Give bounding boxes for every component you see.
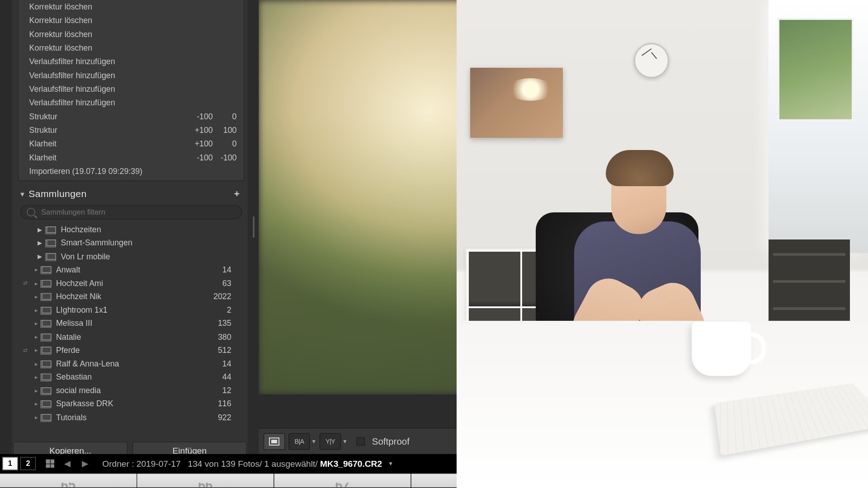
add-collection-icon[interactable]: +	[234, 189, 240, 200]
grid-view-icon[interactable]	[43, 457, 57, 470]
history-row[interactable]: Verlaufsfilter hinzufügen	[19, 69, 244, 82]
panel-resize-handle[interactable]	[248, 0, 259, 454]
collection-set-icon	[45, 225, 57, 234]
collection-marker-icon: ▸	[32, 414, 40, 421]
wall-art	[470, 68, 563, 138]
history-label: Verlaufsfilter hinzufügen	[29, 99, 183, 108]
path-prefix: Ordner :	[102, 459, 136, 468]
monitor-2-button[interactable]: 2	[20, 457, 36, 470]
collection-count: 512	[218, 346, 231, 355]
softproof-checkbox[interactable]	[357, 437, 365, 445]
history-row[interactable]: Struktur+100100	[19, 123, 244, 137]
history-label: Klarheit	[29, 153, 183, 162]
history-row[interactable]: Struktur-1000	[19, 110, 244, 123]
history-row[interactable]: Klarheit-100-100	[19, 151, 244, 164]
expand-triangle-icon[interactable]: ▶	[34, 226, 45, 233]
collection-name: Tutorials	[52, 413, 218, 422]
collection-name: Sparkasse DRK	[52, 399, 218, 408]
history-row[interactable]: Klarheit+1000	[19, 137, 244, 150]
collection-name: Pferde	[52, 346, 218, 355]
collection-icon	[41, 372, 52, 382]
compare-yy-button[interactable]: Y|Y	[320, 433, 341, 450]
filmstrip-thumb[interactable]: 67	[274, 474, 411, 487]
collection-row[interactable]: ⇄▸Pferde512	[19, 343, 243, 357]
dropdown-icon[interactable]: ▼	[311, 438, 316, 444]
collection-icon	[41, 413, 52, 422]
history-value-result: 0	[213, 112, 237, 121]
disclosure-triangle-icon[interactable]: ▼	[19, 191, 28, 198]
collection-set-name: Hochzeiten	[57, 225, 231, 234]
history-row[interactable]: Korrektur löschen	[19, 28, 244, 41]
thumb-index: 65	[61, 483, 75, 487]
before-after-button[interactable]: B|A	[288, 433, 310, 450]
history-label: Korrektur löschen	[29, 30, 183, 39]
collection-row[interactable]: ▸Anwalt14	[19, 263, 243, 277]
collection-marker-icon: ▸	[32, 320, 40, 327]
coffee-mug	[692, 322, 751, 376]
collection-marker-icon: ▸	[32, 347, 40, 354]
loupe-view-button[interactable]	[264, 433, 285, 450]
left-panel-content: Korrektur löschenKorrektur löschenKorrek…	[14, 0, 248, 454]
side-shelf	[769, 239, 850, 330]
nav-back-icon[interactable]: ◄	[60, 457, 75, 470]
path-folder: 2019-07-17	[137, 459, 181, 468]
history-row[interactable]: Korrektur löschen	[19, 0, 244, 14]
collection-count: 2	[227, 305, 231, 314]
collection-name: Hochzeit Ami	[52, 279, 222, 288]
collection-count: 63	[222, 279, 231, 288]
collection-icon	[41, 332, 52, 342]
collection-row[interactable]: ▸social media12	[19, 384, 243, 397]
collection-set-row[interactable]: ▶Smart-Sammlungen	[19, 236, 243, 250]
collection-count: 116	[218, 399, 231, 408]
collection-set-icon	[45, 252, 57, 261]
path-dropdown-icon[interactable]: ▼	[388, 460, 393, 466]
collection-count: 2022	[213, 292, 231, 301]
collection-row[interactable]: ▸Sparkasse DRK116	[19, 397, 243, 411]
collection-row[interactable]: ⇄▸Hochzeit Ami63	[19, 277, 243, 290]
expand-triangle-icon[interactable]: ▶	[34, 253, 45, 260]
history-value-delta: -100	[183, 153, 213, 162]
search-icon	[27, 208, 35, 216]
history-row[interactable]: Verlaufsfilter hinzufügen	[19, 55, 244, 68]
collection-row[interactable]: ▸LIghtroom 1x12	[19, 303, 243, 317]
collections-search-input[interactable]	[41, 208, 236, 216]
filmstrip-thumb[interactable]: 65	[0, 474, 137, 487]
nav-forward-icon[interactable]: ►	[77, 457, 93, 470]
monitor-1-button[interactable]: 1	[2, 457, 18, 470]
expand-triangle-icon[interactable]: ▶	[34, 239, 45, 246]
collection-row[interactable]: ▸Ralf & Anna-Lena14	[19, 357, 243, 371]
collection-row[interactable]: ▸Hochzeit Nik2022	[19, 290, 243, 304]
collection-icon	[41, 278, 52, 288]
collection-set-row[interactable]: ▶Hochzeiten	[19, 223, 243, 236]
collection-marker-icon: ▸	[32, 374, 40, 380]
filmstrip-thumb[interactable]: 66	[137, 474, 274, 487]
history-row[interactable]: Korrektur löschen	[19, 14, 244, 27]
collection-set-icon	[45, 238, 57, 248]
history-row[interactable]: Verlaufsfilter hinzufügen	[19, 82, 244, 96]
left-scrollbar[interactable]	[0, 0, 12, 454]
collection-name: Natalie	[52, 333, 218, 342]
path-selected: 1 ausgewählt	[264, 459, 316, 468]
history-panel: Korrektur löschenKorrektur löschenKorrek…	[18, 0, 245, 181]
wall-clock-icon	[634, 43, 669, 78]
thumb-index: 67	[335, 483, 349, 487]
collection-count: 922	[218, 413, 231, 422]
collection-marker-icon: ▸	[32, 293, 40, 300]
history-label: Verlaufsfilter hinzufügen	[29, 84, 183, 94]
collection-name: Sebastian	[52, 373, 222, 382]
collection-set-row[interactable]: ▶Von Lr mobile	[19, 250, 243, 263]
collections-panel-header[interactable]: ▼ Sammlungen +	[18, 186, 245, 202]
collection-row[interactable]: ▸Melissa III135	[19, 317, 243, 330]
collection-row[interactable]: ▸Tutorials922	[19, 411, 243, 424]
dropdown-icon[interactable]: ▼	[342, 438, 347, 444]
filmstrip-path[interactable]: Ordner : 2019-07-17 134 von 139 Fotos/ 1…	[102, 459, 382, 468]
collection-marker-icon: ▸	[32, 307, 40, 314]
history-value-delta: +100	[183, 140, 213, 149]
collection-set-name: Von Lr mobile	[57, 252, 231, 261]
history-row[interactable]: Korrektur löschen	[19, 41, 244, 55]
collection-row[interactable]: ▸Sebastian44	[19, 371, 243, 384]
collections-search[interactable]	[20, 205, 242, 220]
history-row[interactable]: Importieren (19.07.19 09:29:39)	[19, 164, 244, 178]
history-row[interactable]: Verlaufsfilter hinzufügen	[19, 96, 244, 109]
collection-row[interactable]: ▸Natalie380	[19, 330, 243, 344]
